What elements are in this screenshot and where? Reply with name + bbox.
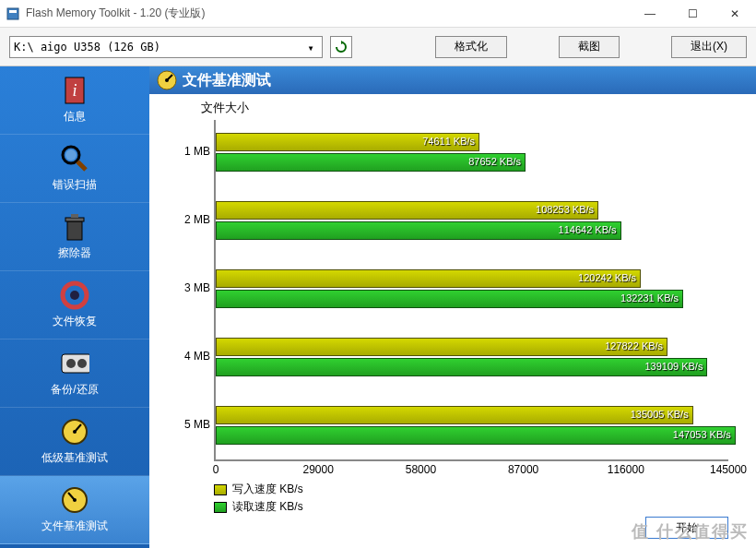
sidebar-item-label: 低级基准测试 bbox=[41, 450, 108, 466]
sidebar: i信息错误扫描擦除器文件恢复备份/还原低级基准测试文件基准测试 bbox=[0, 66, 149, 548]
sidebar-item-label: 信息 bbox=[64, 109, 86, 125]
chart-xtick: 58000 bbox=[406, 463, 436, 476]
gauge-header-icon bbox=[157, 70, 177, 90]
minimize-button[interactable]: — bbox=[629, 0, 671, 28]
maximize-button[interactable]: ☐ bbox=[671, 0, 714, 28]
format-button[interactable]: 格式化 bbox=[435, 36, 507, 58]
magnifier-icon bbox=[60, 144, 89, 173]
legend-read-swatch bbox=[214, 502, 227, 513]
sidebar-item-label: 错误扫描 bbox=[53, 177, 97, 193]
gauge-icon bbox=[60, 417, 89, 447]
svg-point-11 bbox=[70, 291, 79, 300]
bar-value-label: 147053 KB/s bbox=[673, 429, 731, 440]
svg-point-5 bbox=[65, 149, 77, 161]
sidebar-item-label: 文件基准测试 bbox=[41, 518, 108, 534]
sidebar-item-label: 备份/还原 bbox=[51, 382, 98, 398]
close-button[interactable]: ✕ bbox=[714, 0, 756, 28]
sidebar-item-0[interactable]: i信息 bbox=[0, 66, 149, 135]
chart-xtick: 0 bbox=[213, 463, 219, 476]
chart-subtitle: 文件大小 bbox=[168, 100, 738, 116]
read-bar: 139109 KB/s bbox=[216, 358, 707, 376]
exit-button[interactable]: 退出(X) bbox=[671, 36, 747, 58]
drive-select-value: K:\ aigo U358 (126 GB) bbox=[14, 41, 160, 54]
legend-read-label: 读取速度 KB/s bbox=[232, 499, 303, 515]
svg-text:i: i bbox=[72, 81, 77, 100]
read-bar: 132231 KB/s bbox=[216, 290, 683, 308]
chart-ylabel: 4 MB bbox=[170, 350, 210, 363]
gauge2-icon bbox=[60, 485, 89, 515]
main-title: 文件基准测试 bbox=[183, 71, 271, 90]
chart-ylabel: 3 MB bbox=[170, 281, 210, 294]
chart-legend: 写入速度 KB/s 读取速度 KB/s bbox=[214, 482, 738, 515]
main-header: 文件基准测试 bbox=[149, 66, 756, 94]
bar-value-label: 87652 KB/s bbox=[468, 156, 521, 167]
svg-point-14 bbox=[77, 359, 87, 368]
sidebar-item-3[interactable]: 文件恢复 bbox=[0, 271, 149, 340]
drive-select[interactable]: K:\ aigo U358 (126 GB) ▾ bbox=[9, 36, 323, 58]
legend-write-label: 写入速度 KB/s bbox=[232, 482, 303, 497]
chart-xtick: 29000 bbox=[303, 463, 334, 476]
svg-rect-9 bbox=[71, 214, 78, 218]
write-bar: 135005 KB/s bbox=[216, 406, 693, 424]
read-bar: 87652 KB/s bbox=[216, 153, 526, 172]
svg-point-13 bbox=[66, 359, 76, 368]
benchmark-chart: 1 MB74611 KB/s87652 KB/s2 MB108253 KB/s1… bbox=[214, 120, 728, 461]
svg-rect-0 bbox=[7, 8, 18, 19]
write-bar: 127822 KB/s bbox=[216, 338, 667, 356]
write-bar: 120242 KB/s bbox=[216, 269, 641, 288]
sidebar-item-2[interactable]: 擦除器 bbox=[0, 203, 149, 271]
svg-line-6 bbox=[77, 161, 86, 170]
read-bar: 147053 KB/s bbox=[216, 426, 736, 445]
chart-ylabel: 2 MB bbox=[170, 213, 210, 226]
app-icon bbox=[6, 6, 20, 21]
sidebar-item-label: 擦除器 bbox=[58, 245, 91, 261]
sidebar-item-4[interactable]: 备份/还原 bbox=[0, 340, 149, 408]
bar-value-label: 135005 KB/s bbox=[631, 409, 689, 420]
sidebar-item-5[interactable]: 低级基准测试 bbox=[0, 408, 149, 476]
info-icon: i bbox=[60, 76, 89, 105]
refresh-button[interactable] bbox=[330, 36, 352, 58]
svg-rect-8 bbox=[65, 218, 84, 221]
bar-value-label: 127822 KB/s bbox=[605, 340, 663, 351]
read-bar: 114642 KB/s bbox=[216, 221, 621, 240]
screenshot-button[interactable]: 截图 bbox=[559, 36, 620, 58]
write-bar: 74611 KB/s bbox=[216, 133, 479, 151]
write-bar: 108253 KB/s bbox=[216, 201, 598, 220]
bar-value-label: 114642 KB/s bbox=[559, 224, 617, 235]
chart-ylabel: 1 MB bbox=[170, 145, 210, 158]
chart-xtick: 116000 bbox=[608, 463, 644, 476]
bar-value-label: 120242 KB/s bbox=[578, 272, 636, 283]
bar-value-label: 74611 KB/s bbox=[422, 136, 475, 147]
sidebar-item-1[interactable]: 错误扫描 bbox=[0, 135, 149, 203]
sidebar-item-6[interactable]: 文件基准测试 bbox=[0, 476, 149, 544]
tape-icon bbox=[60, 349, 89, 378]
chart-ylabel: 5 MB bbox=[170, 418, 210, 431]
trash-icon bbox=[60, 212, 89, 242]
svg-rect-1 bbox=[9, 10, 17, 13]
sidebar-item-label: 文件恢复 bbox=[53, 314, 97, 329]
chart-xtick: 87000 bbox=[508, 463, 538, 476]
start-button[interactable]: 开始 bbox=[645, 517, 728, 539]
window-title: Flash Memory Toolkit - 1.20 (专业版) bbox=[26, 6, 206, 21]
chart-xtick: 145000 bbox=[710, 463, 747, 476]
chevron-down-icon: ▾ bbox=[303, 41, 318, 55]
svg-point-16 bbox=[73, 430, 77, 434]
bar-value-label: 132231 KB/s bbox=[620, 292, 679, 304]
svg-point-20 bbox=[165, 78, 169, 82]
svg-rect-7 bbox=[67, 221, 82, 240]
legend-write-swatch bbox=[214, 484, 227, 495]
bar-value-label: 108253 KB/s bbox=[536, 204, 594, 215]
refresh-icon bbox=[335, 41, 348, 54]
svg-point-18 bbox=[73, 498, 77, 502]
recover-icon bbox=[60, 280, 89, 310]
bar-value-label: 139109 KB/s bbox=[644, 361, 703, 372]
